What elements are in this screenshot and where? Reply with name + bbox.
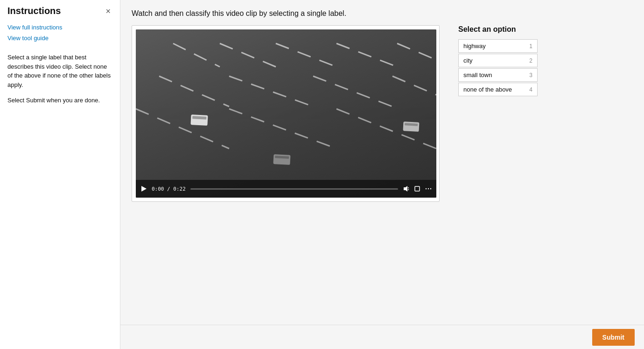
option-none-number: 4	[529, 86, 532, 93]
option-small-town[interactable]: small town 3	[458, 68, 538, 82]
time-display: 0:00 / 0:22	[152, 186, 186, 192]
options-panel: Select an option highway 1 city 2 small …	[458, 25, 538, 97]
option-none-label: none of the above	[463, 86, 512, 93]
option-small-town-label: small town	[463, 71, 492, 78]
option-city[interactable]: city 2	[458, 54, 538, 67]
svg-line-8	[392, 76, 436, 95]
close-button[interactable]: ×	[104, 6, 112, 16]
svg-marker-18	[141, 186, 147, 192]
video-scene	[136, 29, 436, 198]
svg-point-25	[430, 188, 431, 189]
volume-button[interactable]	[403, 185, 409, 192]
bottom-bar: Submit	[120, 325, 644, 349]
svg-line-11	[336, 109, 436, 149]
svg-line-20	[408, 187, 409, 188]
view-full-instructions-link[interactable]: View full instructions	[7, 24, 112, 31]
task-instruction: Watch and then classify this video clip …	[132, 9, 633, 18]
option-none-of-above[interactable]: none of the above 4	[458, 83, 538, 96]
option-small-town-number: 3	[529, 72, 532, 78]
svg-line-2	[276, 43, 336, 67]
more-button[interactable]	[425, 185, 432, 192]
instructions-paragraph-2: Select Submit when you are done.	[7, 96, 112, 105]
instructions-paragraph-1: Select a single label that best describe…	[7, 53, 112, 89]
svg-point-23	[426, 188, 427, 189]
sidebar: Instructions × View full instructions Vi…	[0, 0, 120, 349]
option-city-label: city	[463, 57, 473, 64]
sidebar-title: Instructions	[7, 6, 61, 16]
svg-line-6	[229, 76, 313, 107]
road-markings	[136, 29, 436, 198]
svg-line-5	[159, 76, 229, 107]
svg-line-1	[220, 43, 276, 67]
option-highway-number: 1	[529, 43, 532, 50]
play-button[interactable]	[140, 185, 147, 192]
sidebar-instructions-text: Select a single label that best describe…	[7, 53, 112, 112]
sidebar-header: Instructions ×	[7, 6, 112, 16]
svg-line-3	[336, 43, 397, 67]
video-controls: 0:00 / 0:22	[136, 180, 436, 198]
view-tool-guide-link[interactable]: View tool guide	[7, 35, 112, 42]
svg-line-10	[229, 109, 336, 149]
svg-line-4	[397, 43, 436, 60]
option-city-number: 2	[529, 57, 532, 64]
svg-rect-22	[415, 186, 420, 191]
fullscreen-button[interactable]	[414, 185, 420, 192]
svg-point-24	[428, 188, 429, 189]
svg-line-7	[313, 76, 392, 107]
option-highway-label: highway	[463, 43, 486, 50]
progress-bar[interactable]	[190, 188, 398, 190]
main-content: Watch and then classify this video clip …	[120, 0, 644, 325]
svg-line-0	[173, 43, 220, 67]
content-row: 0:00 / 0:22	[132, 25, 633, 202]
svg-line-21	[408, 189, 409, 190]
video-player[interactable]: 0:00 / 0:22	[136, 29, 436, 198]
svg-line-9	[136, 109, 229, 149]
main-layout: Instructions × View full instructions Vi…	[0, 0, 644, 349]
video-container: 0:00 / 0:22	[132, 25, 440, 202]
options-title: Select an option	[458, 25, 516, 34]
svg-marker-19	[404, 186, 407, 192]
option-highway[interactable]: highway 1	[458, 39, 538, 53]
submit-button[interactable]: Submit	[592, 329, 635, 346]
